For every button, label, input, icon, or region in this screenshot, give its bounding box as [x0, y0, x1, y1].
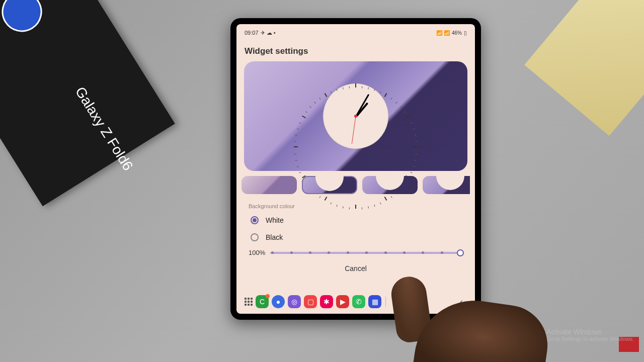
hand-overlay [387, 272, 548, 362]
section-label-bg-colour: Background colour [249, 203, 470, 209]
app-icon-notes[interactable]: ▢ [304, 295, 317, 308]
status-signal-icon: 📶 📶 [436, 30, 450, 36]
radio-white[interactable] [251, 216, 259, 224]
watermark-title: Activate Windows [546, 328, 634, 336]
radio-white-label: White [266, 216, 284, 224]
radio-row-white[interactable]: White [244, 212, 468, 229]
radio-row-black[interactable]: Black [244, 229, 468, 246]
box-badge-icon [0, 0, 50, 39]
box-model-label: Galaxy Z Fold6 [72, 84, 136, 173]
clock-face: /* ticks drawn below via JS for brevity … [323, 83, 388, 149]
clock-second-hand [352, 116, 356, 144]
app-icon-browser[interactable]: ◎ [288, 295, 301, 308]
bg-colour-panel: White Black [244, 212, 468, 246]
style-thumb-4[interactable] [423, 176, 470, 194]
status-bar: 09:07 ✈ ☁ • 📶 📶 46% ▯ [242, 28, 470, 37]
clock-minute-hand [356, 94, 370, 117]
app-icon-phone[interactable]: C [256, 295, 269, 308]
app-icon-messages[interactable]: ● [272, 295, 285, 308]
style-thumbnails-row [239, 176, 470, 194]
style-thumb-2[interactable] [302, 176, 357, 194]
battery-icon: ▯ [464, 30, 467, 36]
watermark-sub: Go to Settings to activate Windows. [546, 336, 634, 342]
style-thumb-1[interactable] [242, 176, 297, 194]
tablet-screen: 09:07 ✈ ☁ • 📶 📶 46% ▯ Widget settings /*… [236, 24, 475, 314]
slider-thumb[interactable] [457, 249, 464, 256]
app-icon-settings[interactable]: ✱ [320, 295, 333, 308]
app-icon-calendar[interactable]: ▦ [368, 295, 381, 308]
apps-grid-icon[interactable] [245, 298, 253, 306]
radio-black[interactable] [251, 233, 259, 241]
widget-preview: /* ticks drawn below via JS for brevity … [244, 61, 467, 171]
app-icon-youtube[interactable]: ▶ [336, 295, 349, 308]
radio-black-label: Black [266, 233, 283, 241]
taskbar-divider [385, 297, 386, 307]
status-time: 09:07 [245, 30, 259, 36]
windows-watermark: Activate Windows Go to Settings to activ… [546, 328, 634, 342]
style-thumb-3[interactable] [362, 176, 418, 194]
app-icon-whatsapp[interactable]: ✆ [352, 295, 365, 308]
page-title: Widget settings [245, 46, 467, 56]
status-battery: 46% [452, 30, 462, 36]
status-notif-icons: ✈ ☁ • [261, 30, 276, 36]
slider-value: 100% [249, 249, 265, 256]
transparency-slider[interactable] [270, 252, 463, 254]
transparency-slider-row: 100% [242, 246, 470, 256]
